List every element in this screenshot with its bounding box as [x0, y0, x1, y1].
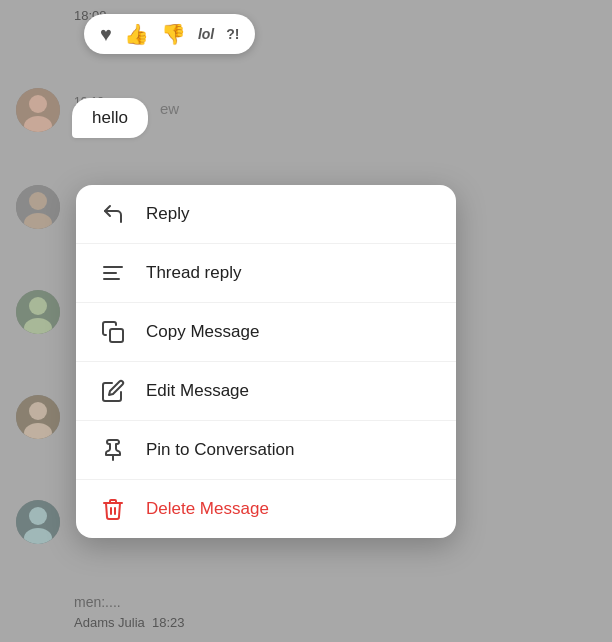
menu-item-edit[interactable]: Edit Message — [76, 362, 456, 421]
edit-icon — [100, 378, 126, 404]
svg-point-1 — [29, 95, 47, 113]
avatar-user-2 — [16, 185, 60, 229]
bottom-sender-name: Adams Julia 18:23 — [74, 615, 185, 630]
thumbs-up-reaction[interactable]: 👍 — [124, 22, 149, 46]
avatar-user-4 — [16, 395, 60, 439]
qi-reaction[interactable]: ?! — [226, 26, 239, 42]
reply-icon — [100, 201, 126, 227]
lol-reaction[interactable]: lol — [198, 26, 214, 42]
avatar-user-5 — [16, 500, 60, 544]
svg-rect-18 — [110, 329, 123, 342]
delete-label: Delete Message — [146, 499, 269, 519]
svg-point-7 — [29, 297, 47, 315]
reply-label: Reply — [146, 204, 189, 224]
copy-label: Copy Message — [146, 322, 259, 342]
partial-message: ew — [160, 100, 179, 117]
menu-item-reply[interactable]: Reply — [76, 185, 456, 244]
pin-label: Pin to Conversation — [146, 440, 294, 460]
context-menu: Reply Thread reply Copy Message — [76, 185, 456, 538]
thread-icon — [100, 260, 126, 286]
svg-point-10 — [29, 402, 47, 420]
copy-icon — [100, 319, 126, 345]
menu-item-pin[interactable]: Pin to Conversation — [76, 421, 456, 480]
menu-item-thread-reply[interactable]: Thread reply — [76, 244, 456, 303]
thread-reply-label: Thread reply — [146, 263, 241, 283]
delete-icon — [100, 496, 126, 522]
thumbs-down-reaction[interactable]: 👎 — [161, 22, 186, 46]
menu-item-copy[interactable]: Copy Message — [76, 303, 456, 362]
svg-point-4 — [29, 192, 47, 210]
message-bubble-hello: hello — [72, 98, 148, 138]
avatar-user-3 — [16, 290, 60, 334]
edit-label: Edit Message — [146, 381, 249, 401]
pin-icon — [100, 437, 126, 463]
avatar-sender — [16, 88, 60, 132]
bottom-message-text: men:.... — [74, 594, 121, 610]
heart-reaction[interactable]: ♥ — [100, 23, 112, 46]
svg-point-13 — [29, 507, 47, 525]
menu-item-delete[interactable]: Delete Message — [76, 480, 456, 538]
reaction-bar[interactable]: ♥ 👍 👎 lol ?! — [84, 14, 255, 54]
